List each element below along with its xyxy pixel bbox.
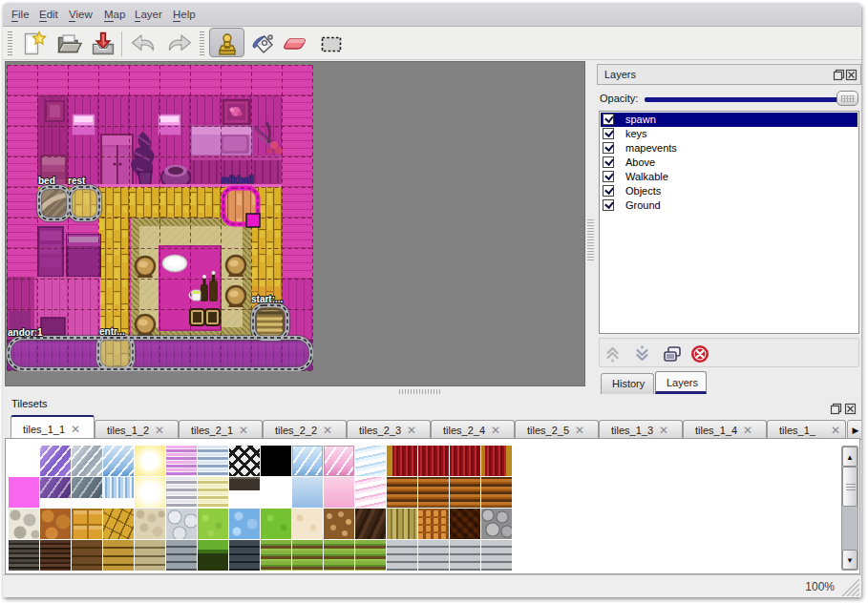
svg-text:start:...: start:...	[251, 294, 284, 304]
svg-text:mikhail: mikhail	[221, 175, 254, 185]
svg-text:entr...: entr...	[99, 326, 125, 337]
svg-text:rest: rest	[68, 176, 86, 186]
svg-text:andor:1: andor:1	[8, 327, 43, 338]
svg-text:bed: bed	[38, 176, 55, 186]
